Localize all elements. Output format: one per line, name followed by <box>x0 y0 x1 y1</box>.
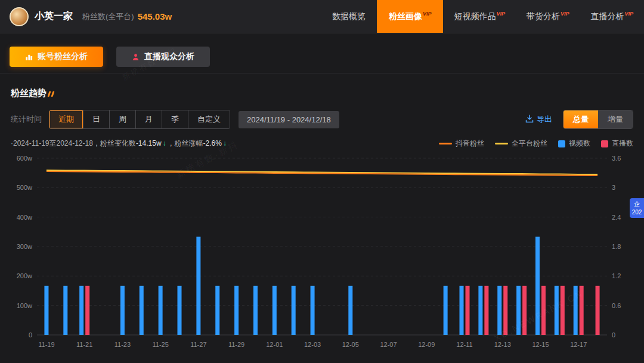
bar-swatch-icon <box>601 140 608 147</box>
vip-badge: VIP <box>496 11 505 17</box>
bar-swatch-icon <box>558 140 565 147</box>
floating-side-badge[interactable]: 企 202 <box>630 198 644 218</box>
svg-text:3: 3 <box>612 184 615 191</box>
analysis-tabs: 账号粉丝分析 直播观众分析 <box>0 33 644 73</box>
svg-text:3.6: 3.6 <box>612 155 621 162</box>
svg-text:600w: 600w <box>17 155 32 162</box>
segment-custom[interactable]: 自定义 <box>188 110 230 128</box>
fans-count-value: 545.03w <box>138 11 172 21</box>
nav-item-live-analysis[interactable]: 直播分析VIP <box>580 0 644 33</box>
svg-text:500w: 500w <box>17 184 32 191</box>
nav-item-data-overview[interactable]: 数据概览 <box>321 0 377 33</box>
nav-item-short-video-works[interactable]: 短视频作品VIP <box>443 0 516 33</box>
avatar[interactable] <box>10 7 29 26</box>
svg-text:300w: 300w <box>17 243 32 250</box>
app-root: 小英一家 粉丝数(全平台) 545.03w 数据概览 粉丝画像VIP 短视频作品… <box>0 0 644 363</box>
title-decoration-icon <box>47 88 54 99</box>
total-increment-toggle: 总量 增量 <box>563 110 633 129</box>
mode-total-button[interactable]: 总量 <box>564 110 598 128</box>
export-icon <box>525 115 534 125</box>
date-range-picker[interactable]: 2024/11/19 - 2024/12/18 <box>239 111 339 128</box>
chart-filter-bar: 统计时间 近期 日 周 月 季 自定义 2024/11/19 - 2024/12… <box>11 110 633 129</box>
fans-change-summary: ·2024-11-19至2024-12-18，粉丝变化数-14.15w↓，粉丝涨… <box>11 139 228 149</box>
tab-account-fans-analysis[interactable]: 账号粉丝分析 <box>10 47 103 67</box>
time-range-segments: 近期 日 周 月 季 自定义 <box>49 110 230 129</box>
line-swatch-icon <box>439 143 452 144</box>
chart-legend: 抖音粉丝 全平台粉丝 视频数 直播数 <box>439 139 633 149</box>
svg-text:12-11: 12-11 <box>456 341 472 348</box>
svg-text:2.4: 2.4 <box>612 214 621 221</box>
segment-month[interactable]: 月 <box>135 110 162 128</box>
segment-week[interactable]: 周 <box>109 110 135 128</box>
legend-douyin-fans[interactable]: 抖音粉丝 <box>439 139 484 149</box>
svg-text:0: 0 <box>29 331 32 339</box>
svg-text:11-21: 11-21 <box>76 341 92 348</box>
segment-recent[interactable]: 近期 <box>49 110 83 128</box>
legend-all-platform-fans[interactable]: 全平台粉丝 <box>495 139 547 149</box>
legend-video-count[interactable]: 视频数 <box>558 139 590 149</box>
nav-item-fans-portrait[interactable]: 粉丝画像VIP <box>377 0 444 33</box>
svg-text:0.6: 0.6 <box>612 302 621 309</box>
main-nav: 数据概览 粉丝画像VIP 短视频作品VIP 带货分析VIP 直播分析VIP <box>321 0 644 33</box>
svg-text:11-29: 11-29 <box>228 341 244 348</box>
svg-text:11-23: 11-23 <box>114 341 131 348</box>
svg-text:11-19: 11-19 <box>38 341 54 348</box>
svg-text:11-27: 11-27 <box>190 341 206 348</box>
top-header: 小英一家 粉丝数(全平台) 545.03w 数据概览 粉丝画像VIP 短视频作品… <box>0 0 644 33</box>
svg-text:12-05: 12-05 <box>342 341 359 348</box>
tab-live-audience-analysis[interactable]: 直播观众分析 <box>116 47 210 67</box>
time-filter-label: 统计时间 <box>11 114 42 125</box>
content-area: 粉丝趋势 统计时间 近期 日 周 月 季 自定义 2024/11/19 - 20… <box>0 88 644 358</box>
vip-badge: VIP <box>624 11 633 17</box>
svg-text:100w: 100w <box>17 302 32 309</box>
svg-text:12-13: 12-13 <box>494 341 511 348</box>
vip-badge: VIP <box>423 11 432 17</box>
legend-live-count[interactable]: 直播数 <box>601 139 633 149</box>
section-title: 粉丝趋势 <box>11 88 47 99</box>
segment-day[interactable]: 日 <box>83 110 109 128</box>
svg-text:0: 0 <box>612 331 615 339</box>
svg-text:12-01: 12-01 <box>266 341 283 348</box>
fans-count-label: 粉丝数(全平台) <box>82 11 134 22</box>
export-button[interactable]: 导出 <box>525 114 552 125</box>
svg-text:11-25: 11-25 <box>152 341 168 348</box>
account-name: 小英一家 <box>35 10 73 23</box>
svg-text:200w: 200w <box>17 272 32 279</box>
svg-text:1.2: 1.2 <box>612 272 621 279</box>
line-swatch-icon <box>495 143 508 144</box>
bar-chart-icon <box>25 53 33 61</box>
svg-text:12-15: 12-15 <box>532 341 549 348</box>
svg-text:400w: 400w <box>17 214 32 221</box>
segment-quarter[interactable]: 季 <box>162 110 188 128</box>
vip-badge: VIP <box>561 11 569 17</box>
svg-text:1.8: 1.8 <box>612 243 621 250</box>
mode-incremental-button[interactable]: 增量 <box>598 110 633 128</box>
svg-text:12-03: 12-03 <box>304 341 321 348</box>
svg-text:12-07: 12-07 <box>380 341 397 348</box>
nav-item-product-analysis[interactable]: 带货分析VIP <box>516 0 580 33</box>
svg-text:12-17: 12-17 <box>570 341 587 348</box>
fans-trend-chart[interactable]: 00100w0.6200w1.2300w1.8400w2.4500w3600w3… <box>7 151 637 358</box>
decrease-arrow-icon: ↓ <box>223 139 227 147</box>
live-audience-icon <box>132 53 140 61</box>
svg-text:12-09: 12-09 <box>418 341 435 348</box>
decrease-arrow-icon: ↓ <box>163 139 166 147</box>
